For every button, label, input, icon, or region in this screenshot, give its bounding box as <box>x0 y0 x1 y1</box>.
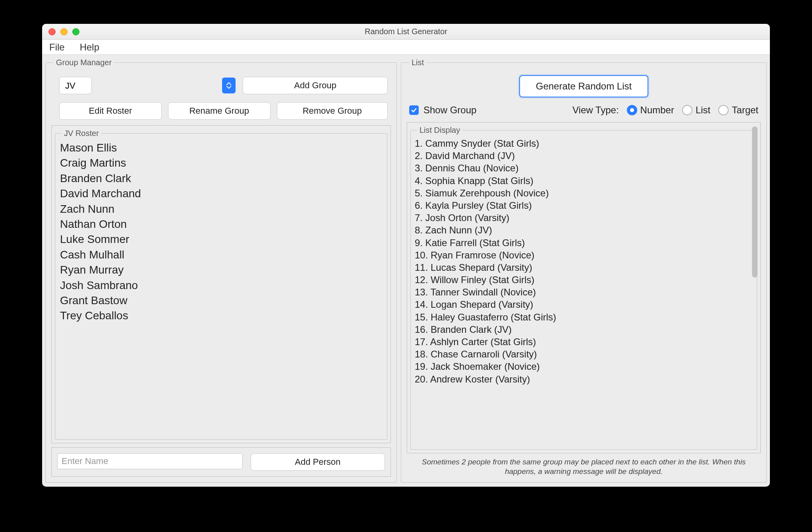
list-item: 15. Haley Guastaferro (Stat Girls) <box>415 311 753 323</box>
list-item: 4. Sophia Knapp (Stat Girls) <box>415 175 753 187</box>
close-icon[interactable] <box>48 28 56 35</box>
view-type-number-label: Number <box>640 105 674 116</box>
roster-item[interactable]: Zach Nunn <box>60 202 382 217</box>
list-panel-legend: List <box>409 58 426 67</box>
roster-legend: JV Roster <box>62 129 101 138</box>
roster-item[interactable]: Mason Ellis <box>60 140 382 155</box>
list-item: 14. Logan Shepard (Varsity) <box>415 298 753 311</box>
roster-item[interactable]: Luke Sommer <box>60 232 382 247</box>
menubar: File Help <box>42 40 770 55</box>
add-person-button[interactable]: Add Person <box>251 453 385 471</box>
group-manager-legend: Group Manager <box>54 58 114 67</box>
list-item: 18. Chase Carnaroli (Varsity) <box>415 348 753 360</box>
titlebar: Random List Generator <box>42 24 770 40</box>
roster-fieldset: JV Roster Mason EllisCraig MartinsBrande… <box>55 129 387 440</box>
menu-help[interactable]: Help <box>77 40 102 54</box>
view-type-target[interactable]: Target <box>718 105 758 116</box>
radio-icon <box>627 105 637 115</box>
view-type-number[interactable]: Number <box>627 105 674 116</box>
roster-item[interactable]: Branden Clark <box>60 171 382 186</box>
content: Group Manager JV Add Group Edit Roster R… <box>42 55 770 487</box>
list-item: 8. Zach Nunn (JV) <box>415 224 753 236</box>
add-group-button[interactable]: Add Group <box>243 77 388 94</box>
window-controls <box>42 28 79 35</box>
roster-item[interactable]: David Marchand <box>60 186 382 201</box>
list-item: 6. Kayla Pursley (Stat Girls) <box>415 199 753 212</box>
show-group-label: Show Group <box>423 105 476 116</box>
group-manager-panel: Group Manager JV Add Group Edit Roster R… <box>45 58 397 483</box>
window-title: Random List Generator <box>42 27 770 36</box>
list-panel: List Generate Random List Show Group Vie… <box>401 58 767 483</box>
options-row: Show Group View Type: Number List Target <box>407 105 761 116</box>
roster-item[interactable]: Cash Mulhall <box>60 247 382 262</box>
chevron-up-down-icon <box>222 78 236 93</box>
roster-item[interactable]: Trey Ceballos <box>60 308 382 323</box>
scrollbar-thumb[interactable] <box>752 126 758 278</box>
list-display-container: List Display 1. Cammy Snyder (Stat Girls… <box>407 122 761 453</box>
roster-item[interactable]: Grant Bastow <box>60 293 382 308</box>
edit-roster-button[interactable]: Edit Roster <box>59 102 162 120</box>
show-group-checkbox[interactable] <box>409 105 419 115</box>
list-item: 12. Willow Finley (Stat Girls) <box>415 274 753 286</box>
list-item: 3. Dennis Chau (Novice) <box>415 162 753 174</box>
group-select[interactable]: JV <box>59 77 92 94</box>
radio-icon <box>718 105 729 115</box>
view-type-list[interactable]: List <box>682 105 710 116</box>
roster-item[interactable]: Nathan Orton <box>60 217 382 232</box>
minimize-icon[interactable] <box>60 28 68 35</box>
list-display-legend: List Display <box>417 126 462 135</box>
view-type-list-label: List <box>696 105 710 116</box>
add-person-row: Add Person <box>51 447 391 477</box>
generate-button[interactable]: Generate Random List <box>519 75 648 97</box>
roster-container: JV Roster Mason EllisCraig MartinsBrande… <box>51 125 391 443</box>
list-item: 19. Jack Shoemaker (Novice) <box>415 360 753 373</box>
list-item: 17. Ashlyn Carter (Stat Girls) <box>415 336 753 348</box>
rename-group-button[interactable]: Rename Group <box>168 102 271 120</box>
view-type-label: View Type: <box>572 105 619 116</box>
list-display: 1. Cammy Snyder (Stat Girls)2. David Mar… <box>415 137 753 385</box>
radio-icon <box>682 105 692 115</box>
app-window: Random List Generator File Help Group Ma… <box>42 24 770 487</box>
list-item: 2. David Marchand (JV) <box>415 150 753 162</box>
list-item: 7. Josh Orton (Varsity) <box>415 212 753 224</box>
menu-file[interactable]: File <box>46 40 68 54</box>
list-item: 1. Cammy Snyder (Stat Girls) <box>415 137 753 150</box>
list-item: 16. Branden Clark (JV) <box>415 323 753 336</box>
roster-item[interactable]: Ryan Murray <box>60 262 382 278</box>
roster-list: Mason EllisCraig MartinsBranden ClarkDav… <box>60 140 382 324</box>
roster-item[interactable]: Josh Sambrano <box>60 278 382 293</box>
list-item: 11. Lucas Shepard (Varsity) <box>415 261 753 274</box>
list-display-fieldset: List Display 1. Cammy Snyder (Stat Girls… <box>410 126 757 450</box>
remove-group-button[interactable]: Remove Group <box>277 102 388 120</box>
footnote: Sometimes 2 people from the same group m… <box>407 457 761 477</box>
list-item: 20. Andrew Koster (Varsity) <box>415 373 753 385</box>
list-item: 5. Siamuk Zerehpoush (Novice) <box>415 187 753 199</box>
name-input[interactable] <box>57 453 243 469</box>
list-item: 13. Tanner Swindall (Novice) <box>415 286 753 298</box>
view-type-target-label: Target <box>732 105 758 116</box>
list-item: 9. Katie Farrell (Stat Girls) <box>415 237 753 249</box>
zoom-icon[interactable] <box>72 28 79 35</box>
scrollbar[interactable] <box>751 126 759 449</box>
roster-item[interactable]: Craig Martins <box>60 155 382 171</box>
list-item: 10. Ryan Framrose (Novice) <box>415 249 753 261</box>
